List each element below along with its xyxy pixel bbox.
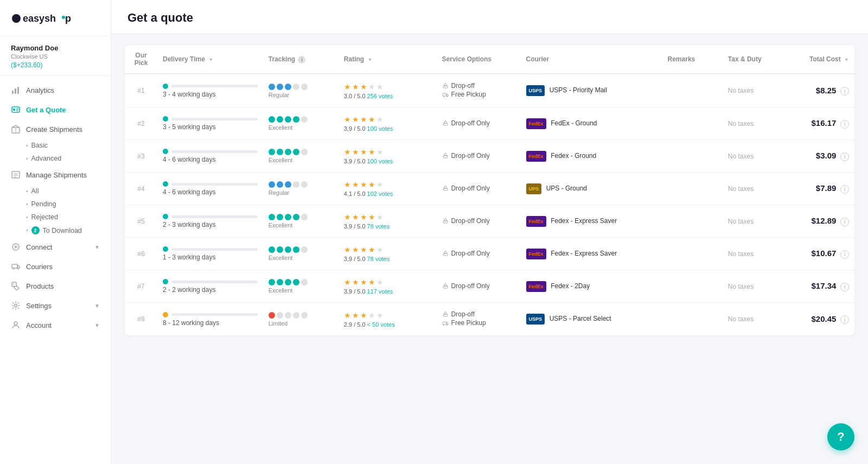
chevron-down-icon: ▼: [94, 322, 100, 328]
courier-badge: FedEx: [526, 249, 546, 259]
svg-point-27: [443, 96, 444, 97]
delivery-bar: [171, 150, 258, 153]
svg-point-22: [13, 283, 14, 284]
tracking-cell: Excellent: [263, 270, 339, 303]
tracking-dot: [277, 116, 283, 123]
cost-info-icon[interactable]: i: [840, 315, 849, 324]
cost-info-icon[interactable]: i: [840, 152, 849, 161]
cost-info-icon[interactable]: i: [840, 250, 849, 259]
svg-rect-33: [443, 253, 448, 256]
sidebar-item-analytics[interactable]: Analytics: [0, 80, 111, 100]
stars: ★★★★★: [344, 213, 431, 221]
tracking-dot: [277, 279, 283, 285]
rating-text: 2.9 / 5.0 < 50 votes: [344, 321, 431, 328]
col-delivery-time[interactable]: Delivery Time ▼: [157, 45, 263, 74]
rating-cell: ★★★★★ 2.9 / 5.0 < 50 votes: [339, 303, 437, 336]
tracking-dot: [277, 246, 283, 253]
tax-cell: No taxes: [723, 238, 784, 270]
cost-info-icon[interactable]: i: [840, 87, 849, 96]
tracking-dots: [269, 116, 333, 123]
cost-info-icon[interactable]: i: [840, 218, 849, 226]
svg-rect-35: [443, 314, 448, 316]
cost-amount: $16.17: [811, 118, 836, 128]
tracking-dot: [285, 214, 291, 220]
rank-cell: #6: [125, 238, 157, 270]
tracking-dot: [285, 312, 291, 319]
col-service-options: Service Options: [437, 45, 521, 74]
courier-badge: USPS: [526, 85, 545, 96]
sidebar-item-connect[interactable]: Connect ▼: [0, 237, 111, 257]
tracking-dots: [269, 312, 333, 319]
tax-cell: No taxes: [723, 140, 784, 173]
sidebar-item-get-a-quote[interactable]: Get a Quote: [0, 100, 111, 119]
service-cell: Drop-off Free Pickup: [437, 74, 521, 107]
analytics-label: Analytics: [26, 86, 54, 94]
delivery-cell: 4 - 6 working days: [157, 173, 263, 205]
logo-svg: easysh p: [11, 10, 81, 27]
tracking-dot: [293, 181, 299, 188]
tracking-dot: [269, 246, 275, 253]
user-balance[interactable]: ($+233.60): [11, 61, 100, 69]
sub-rejected[interactable]: Rejected: [26, 211, 111, 224]
delivery-indicator: [163, 149, 168, 154]
service-option: Drop-off Only: [442, 152, 515, 160]
cost-cell: $17.34 i: [784, 270, 854, 303]
app-logo: easysh p: [11, 10, 100, 27]
delivery-bar: [171, 215, 258, 218]
main-content: Get a quote OurPick Delivery Time ▼ Trac…: [111, 0, 868, 464]
sidebar-item-settings[interactable]: Settings ▼: [0, 296, 111, 315]
svg-point-24: [14, 322, 17, 325]
courier-name: Fedex - Express Saver: [551, 250, 617, 257]
sub-pending[interactable]: Pending: [26, 198, 111, 211]
tracking-info-icon[interactable]: i: [298, 56, 305, 63]
tracking-cell: Regular: [263, 74, 339, 107]
account-label: Account: [26, 321, 52, 329]
table-row: #1 3 - 4 working days Regular ★★★★★ 3.0 …: [125, 74, 854, 107]
chevron-down-icon: ▼: [94, 303, 100, 309]
couriers-label: Couriers: [26, 263, 53, 271]
courier-badge: FedEx: [526, 151, 546, 162]
tracking-label: Regular: [269, 92, 333, 98]
table-row: #8 8 - 12 working days Limited ★★★★★ 2.9…: [125, 303, 854, 336]
cost-info-icon[interactable]: i: [840, 120, 849, 129]
rank-cell: #5: [125, 205, 157, 238]
rating-cell: ★★★★★ 4.1 / 5.0 102 votes: [339, 173, 437, 205]
page-header: Get a quote: [111, 0, 868, 34]
delivery-days: 1 - 3 working days: [163, 253, 258, 261]
delivery-cell: 3 - 4 working days: [157, 74, 263, 107]
sub-advanced[interactable]: Advanced: [26, 152, 111, 165]
service-cell: Drop-off Only: [437, 205, 521, 238]
col-total-cost[interactable]: Total Cost ▼: [784, 45, 854, 74]
tracking-dot: [301, 214, 308, 220]
person-icon: [11, 320, 21, 330]
tracking-dot: [293, 312, 299, 319]
courier-cell: FedEx Fedex - Express Saver: [521, 205, 662, 238]
sidebar-item-create-shipments[interactable]: Create Shipments: [0, 119, 111, 139]
help-fab[interactable]: ?: [827, 423, 854, 450]
tracking-dot: [269, 214, 275, 220]
stars: ★★★★★: [344, 115, 431, 124]
tracking-label: Excellent: [269, 287, 333, 294]
tracking-label: Excellent: [269, 157, 333, 163]
cost-amount: $12.89: [811, 216, 836, 225]
sub-to-download[interactable]: 2 To Download: [26, 224, 111, 237]
service-cell: Drop-off Only: [437, 107, 521, 140]
courier-badge: UPS: [526, 183, 542, 194]
col-rating[interactable]: Rating ▼: [339, 45, 437, 74]
tag-icon: [11, 281, 21, 291]
courier-badge: USPS: [526, 314, 545, 325]
sub-all[interactable]: All: [26, 185, 111, 198]
service-option: Drop-off Only: [442, 119, 515, 127]
sidebar-item-couriers[interactable]: Couriers: [0, 257, 111, 276]
cost-info-icon[interactable]: i: [840, 185, 849, 194]
sidebar-item-account[interactable]: Account ▼: [0, 315, 111, 335]
cost-info-icon[interactable]: i: [840, 283, 849, 291]
tracking-dots: [269, 84, 333, 90]
tracking-dot: [293, 149, 299, 155]
sidebar-item-manage-shipments[interactable]: Manage Shipments: [0, 165, 111, 185]
cost-cell: $7.89 i: [784, 173, 854, 205]
service-option: Drop-off Only: [442, 250, 515, 257]
tracking-dot: [293, 279, 299, 285]
sub-basic[interactable]: Basic: [26, 139, 111, 152]
sidebar-item-products[interactable]: Products: [0, 276, 111, 296]
